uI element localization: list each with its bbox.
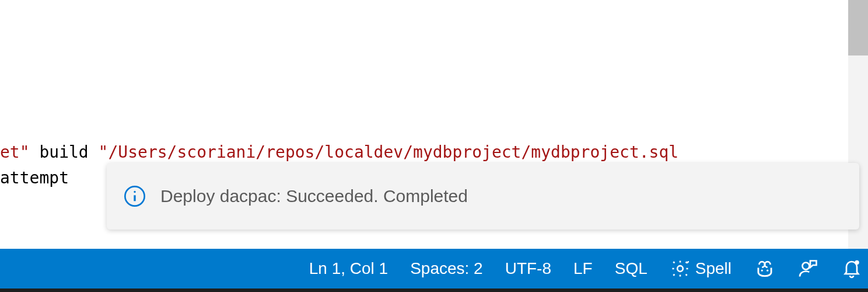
notification-toast[interactable]: Deploy dacpac: Succeeded. Completed	[107, 163, 859, 230]
status-language-label: SQL	[615, 259, 648, 278]
code-line: attempt	[0, 165, 69, 191]
status-encoding[interactable]: UTF-8	[504, 249, 552, 288]
status-cursor-position[interactable]: Ln 1, Col 1	[308, 249, 389, 288]
bottom-strip	[0, 288, 868, 292]
status-notifications[interactable]	[840, 249, 863, 288]
status-copilot[interactable]	[752, 249, 777, 288]
status-cursor-label: Ln 1, Col 1	[309, 259, 388, 278]
svg-point-7	[855, 260, 859, 265]
status-language-mode[interactable]: SQL	[614, 249, 649, 288]
bell-icon	[841, 258, 862, 279]
status-eol-label: LF	[573, 259, 593, 278]
notification-message: Deploy dacpac: Succeeded. Completed	[160, 186, 468, 206]
code-line: et" build "/Users/scoriani/repos/localde…	[0, 140, 678, 165]
code-token: "/Users/scoriani/repos/localdev/mydbproj…	[99, 142, 679, 162]
bug-gear-icon	[670, 258, 691, 279]
svg-point-2	[134, 191, 135, 193]
status-spell-label: Spell	[695, 259, 732, 278]
code-token: attempt	[0, 168, 69, 187]
svg-point-5	[766, 270, 768, 272]
copilot-icon	[754, 258, 776, 280]
status-feedback[interactable]	[797, 249, 820, 288]
status-spell[interactable]: Spell	[668, 249, 733, 288]
code-token: build	[30, 142, 99, 162]
info-icon	[123, 185, 146, 208]
status-bar: Ln 1, Col 1 Spaces: 2 UTF-8 LF SQL Spell	[0, 249, 868, 288]
status-indentation[interactable]: Spaces: 2	[409, 249, 484, 288]
svg-point-6	[803, 263, 810, 270]
status-eol[interactable]: LF	[572, 249, 594, 288]
editor-scrollbar-thumb[interactable]	[848, 0, 868, 55]
person-feedback-icon	[798, 258, 819, 279]
svg-point-4	[761, 270, 763, 272]
svg-point-3	[677, 266, 683, 272]
status-indent-label: Spaces: 2	[410, 259, 483, 278]
status-encoding-label: UTF-8	[505, 259, 551, 278]
code-token: et"	[0, 142, 30, 162]
